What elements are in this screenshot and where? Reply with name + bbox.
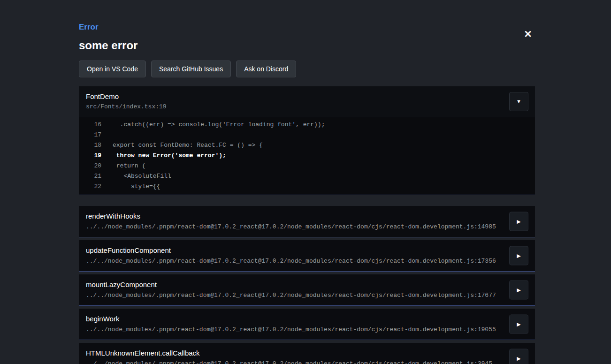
line-number: 20: [79, 161, 101, 171]
line-code: style={{: [101, 182, 160, 192]
action-button[interactable]: Ask on Discord: [236, 61, 296, 77]
stack-frame-location: ../../node_modules/.pnpm/react-dom@17.0.…: [86, 223, 502, 230]
code-line: 22 style={{: [79, 182, 535, 192]
error-kicker: Error: [79, 23, 535, 32]
line-code: [101, 130, 113, 140]
play-icon: ▶: [517, 288, 520, 293]
stack-frame-function: HTMLUnknownElement.callCallback: [86, 349, 502, 357]
line-code: throw new Error('some error');: [101, 151, 226, 161]
stack-frames: renderWithHooks ../../node_modules/.pnpm…: [79, 206, 535, 364]
expand-stack-frame-button[interactable]: ▶: [509, 246, 528, 265]
stack-frame-function: beginWork: [86, 315, 502, 323]
stack-frame-row: updateFunctionComponent ../../node_modul…: [79, 240, 535, 272]
stack-frame-location: ../../node_modules/.pnpm/react-dom@17.0.…: [86, 360, 502, 364]
action-buttons: Open in VS CodeSearch GitHub IssuesAsk o…: [79, 61, 535, 77]
action-button[interactable]: Search GitHub Issues: [151, 61, 231, 77]
code-line: 18 export const FontDemo: React.FC = () …: [79, 140, 535, 151]
expand-stack-frame-button[interactable]: ▶: [509, 349, 528, 364]
line-code: .catch((err) => console.log('Error loadi…: [101, 120, 325, 130]
line-code: export const FontDemo: React.FC = () => …: [101, 140, 263, 151]
stack-frame-function: mountLazyComponent: [86, 281, 502, 288]
chevron-down-icon: ▼: [516, 99, 521, 104]
code-frame-panel: FontDemo src/Fonts/index.tsx:19 ▼ 16 .ca…: [79, 86, 535, 195]
stack-frame-function: renderWithHooks: [86, 212, 502, 220]
expand-stack-frame-button[interactable]: ▶: [509, 315, 528, 334]
stack-frame-row: beginWork ../../node_modules/.pnpm/react…: [79, 309, 535, 340]
error-overlay: Error some error Open in VS CodeSearch G…: [79, 0, 535, 364]
expand-stack-frame-button[interactable]: ▶: [509, 212, 528, 231]
code-line: 21 <AbsoluteFill: [79, 171, 535, 182]
play-icon: ▶: [517, 322, 520, 327]
code-line: 20 return (: [79, 161, 535, 171]
code-line: 16 .catch((err) => console.log('Error lo…: [79, 120, 535, 130]
stack-frame-row: HTMLUnknownElement.callCallback ../../no…: [79, 343, 535, 364]
stack-frame-location: ../../node_modules/.pnpm/react-dom@17.0.…: [86, 292, 502, 299]
expand-stack-frame-button[interactable]: ▶: [509, 281, 528, 300]
error-message-title: some error: [79, 39, 535, 52]
action-button[interactable]: Open in VS Code: [79, 61, 146, 77]
line-number: 18: [79, 140, 101, 151]
code-body: 16 .catch((err) => console.log('Error lo…: [79, 117, 535, 195]
collapse-code-frame-button[interactable]: ▼: [509, 92, 528, 111]
line-code: <AbsoluteFill: [101, 171, 171, 182]
stack-frame-location: ../../node_modules/.pnpm/react-dom@17.0.…: [86, 326, 502, 333]
code-frame-header: FontDemo src/Fonts/index.tsx:19 ▼: [79, 86, 535, 117]
line-number: 21: [79, 171, 101, 182]
line-number: 17: [79, 130, 101, 140]
line-code: return (: [101, 161, 145, 171]
code-frame-location: src/Fonts/index.tsx:19: [86, 103, 527, 110]
code-frame-function-name: FontDemo: [86, 92, 527, 100]
stack-frame-row: renderWithHooks ../../node_modules/.pnpm…: [79, 206, 535, 237]
line-number: 22: [79, 182, 101, 192]
play-icon: ▶: [517, 219, 520, 224]
code-line: 17: [79, 130, 535, 140]
line-number: 16: [79, 120, 101, 130]
stack-frame-location: ../../node_modules/.pnpm/react-dom@17.0.…: [86, 258, 502, 265]
stack-frame-function: updateFunctionComponent: [86, 246, 502, 254]
play-icon: ▶: [517, 356, 520, 361]
line-number: 19: [79, 151, 101, 161]
stack-frame-row: mountLazyComponent ../../node_modules/.p…: [79, 274, 535, 306]
play-icon: ▶: [517, 253, 520, 258]
code-line: 19 throw new Error('some error');: [79, 151, 535, 161]
